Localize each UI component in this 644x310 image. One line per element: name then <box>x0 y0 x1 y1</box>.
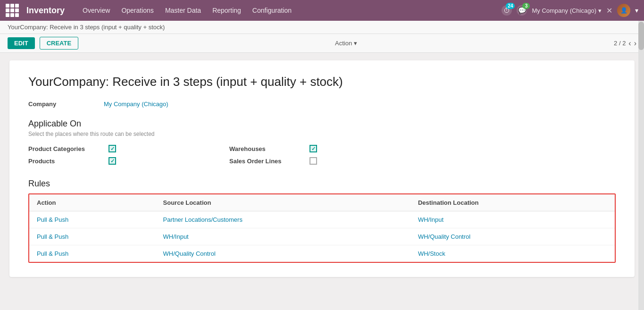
form-card: YourCompany: Receive in 3 steps (input +… <box>9 60 635 277</box>
rules-table: Action Source Location Destination Locat… <box>29 194 615 262</box>
action-bar: EDIT CREATE Action ▾ 2 / 2 ‹ › <box>0 34 644 53</box>
breadcrumb: YourCompany: Receive in 3 steps (input +… <box>0 21 644 34</box>
activity-badge[interactable]: ⏱ 24 <box>502 5 512 16</box>
products-label: Products <box>28 158 104 165</box>
rules-title: Rules <box>28 179 616 189</box>
applicable-on-title: Applicable On <box>28 119 616 129</box>
messages-badge[interactable]: 💬 3 <box>517 5 527 16</box>
main-content: YourCompany: Receive in 3 steps (input +… <box>0 53 644 310</box>
rules-table-body: Pull & Push Partner Locations/Customers … <box>29 211 615 262</box>
row3-destination: WH/Stock <box>410 245 615 262</box>
table-row[interactable]: Pull & Push WH/Input WH/Quality Control <box>29 228 615 245</box>
company-dropdown-arrow: ▾ <box>598 7 602 14</box>
row1-source: Partner Locations/Customers <box>156 211 410 228</box>
applicable-on-subtitle: Select the places where this route can b… <box>28 131 616 137</box>
sales-order-lines-checkbox[interactable] <box>309 157 317 165</box>
action-dropdown[interactable]: Action ▾ <box>335 40 357 47</box>
products-checkbox[interactable] <box>109 157 116 165</box>
row3-action: Pull & Push <box>29 245 156 262</box>
row3-source: WH/Quality Control <box>156 245 410 262</box>
rules-table-header: Action Source Location Destination Locat… <box>29 194 615 211</box>
pagination-text: 2 / 2 <box>614 40 626 47</box>
edit-button[interactable]: EDIT <box>8 37 35 49</box>
nav-overview[interactable]: Overview <box>78 5 115 16</box>
row2-action: Pull & Push <box>29 228 156 245</box>
action-label: Action <box>335 40 352 47</box>
warehouses-checkbox-item: Warehouses <box>229 145 317 152</box>
row1-destination: WH/Input <box>410 211 615 228</box>
user-avatar[interactable]: 👤 <box>617 4 630 17</box>
company-selector[interactable]: My Company (Chicago) ▾ <box>532 7 602 14</box>
sales-order-lines-checkbox-item: Sales Order Lines <box>229 157 317 165</box>
product-categories-checkbox-item: Product Categories <box>28 145 116 152</box>
form-title: YourCompany: Receive in 3 steps (input +… <box>28 75 616 89</box>
table-row[interactable]: Pull & Push Partner Locations/Customers … <box>29 211 615 228</box>
app-name: Inventory <box>26 6 65 16</box>
company-name: My Company (Chicago) <box>532 7 596 14</box>
company-field-row: Company My Company (Chicago) <box>28 101 616 108</box>
scrollbar-thumb[interactable] <box>638 22 644 50</box>
top-navigation: Inventory Overview Operations Master Dat… <box>0 0 644 21</box>
warehouses-label: Warehouses <box>229 145 305 152</box>
breadcrumb-text: YourCompany: Receive in 3 steps (input +… <box>8 24 165 31</box>
nav-operations[interactable]: Operations <box>117 5 158 16</box>
nav-reporting[interactable]: Reporting <box>208 5 246 16</box>
main-menu: Overview Operations Master Data Reportin… <box>78 5 498 16</box>
col-destination: Destination Location <box>410 194 615 211</box>
checkboxes-section: Product Categories Products Warehouses S… <box>28 145 616 165</box>
col-action: Action <box>29 194 156 211</box>
rules-header-row: Action Source Location Destination Locat… <box>29 194 615 211</box>
nav-configuration[interactable]: Configuration <box>248 5 296 16</box>
next-page-arrow[interactable]: › <box>634 39 636 48</box>
create-button[interactable]: CREATE <box>40 37 78 50</box>
product-categories-checkbox[interactable] <box>109 145 116 152</box>
row2-source: WH/Input <box>156 228 410 245</box>
left-checkbox-group: Product Categories Products <box>28 145 116 165</box>
user-menu-arrow[interactable]: ▾ <box>635 7 638 14</box>
row2-destination: WH/Quality Control <box>410 228 615 245</box>
company-label: Company <box>28 101 104 108</box>
company-value[interactable]: My Company (Chicago) <box>104 101 168 108</box>
row1-action: Pull & Push <box>29 211 156 228</box>
products-checkbox-item: Products <box>28 157 116 165</box>
right-checkbox-group: Warehouses Sales Order Lines <box>229 145 317 165</box>
sales-order-lines-label: Sales Order Lines <box>229 158 305 165</box>
rules-table-wrapper: Action Source Location Destination Locat… <box>28 193 616 263</box>
pagination: 2 / 2 ‹ › <box>614 39 636 48</box>
close-icon[interactable]: ✕ <box>606 6 612 15</box>
avatar-image: 👤 <box>617 4 630 17</box>
topnav-right-section: ⏱ 24 💬 3 My Company (Chicago) ▾ ✕ 👤 ▾ <box>502 4 638 17</box>
messages-count: 3 <box>522 3 530 9</box>
scrollbar-track[interactable] <box>638 21 644 310</box>
activity-count: 24 <box>506 3 515 9</box>
action-dropdown-arrow: ▾ <box>354 40 357 47</box>
warehouses-checkbox[interactable] <box>309 145 317 152</box>
table-row[interactable]: Pull & Push WH/Quality Control WH/Stock <box>29 245 615 262</box>
grid-menu-icon[interactable] <box>6 4 19 17</box>
product-categories-label: Product Categories <box>28 145 104 152</box>
nav-master-data[interactable]: Master Data <box>160 5 206 16</box>
col-source: Source Location <box>156 194 410 211</box>
prev-page-arrow[interactable]: ‹ <box>628 39 631 48</box>
